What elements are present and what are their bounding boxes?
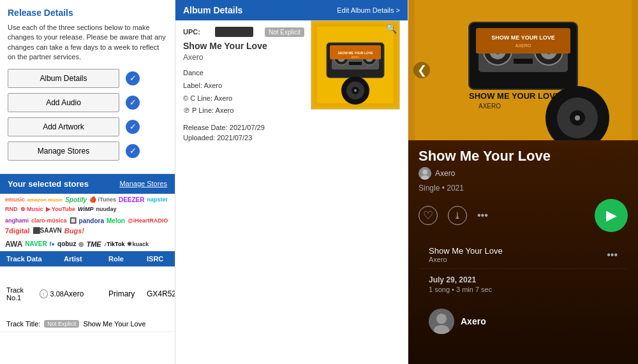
album-image: 🔍 [311,20,400,110]
manage-stores-link[interactable]: Manage Stores [119,180,167,187]
svg-point-39 [422,170,427,175]
bugs-logo: Bugs! [64,227,84,235]
add-artwork-button[interactable]: Add Artwork [8,117,119,136]
album-details-button[interactable]: Album Details [8,69,119,88]
zoom-icon[interactable]: 🔍 [386,24,397,34]
manage-stores-button[interactable]: Manage Stores [8,142,119,161]
download-button[interactable]: ⤓ [448,206,467,225]
back-button[interactable]: ❮ [413,62,430,78]
release-details-section: Release Details Use each of the three se… [0,0,175,174]
itunes-logo: 🍎 iTunes [89,196,116,203]
play-button[interactable]: ▶ [595,199,628,232]
artist-row: Axero [419,306,628,337]
album-content: UPC: Not Explicit Show Me Your Love Axer… [175,20,408,364]
track-section: Track Data Artist Role ISRC Audio Health… [0,251,175,364]
artist-thumb-svg [429,309,454,334]
large-album-art-svg: SHOW ME YOUR LOVE AXERO SHOW ME YOUR LOV… [415,0,632,140]
svg-point-17 [354,89,357,92]
svg-text:SHOW ME YOUR LOVE: SHOW ME YOUR LOVE [338,51,373,55]
svg-text:AXERO: AXERO [516,43,531,48]
svg-rect-28 [514,59,533,64]
album-details-title: Album Details [183,5,242,15]
track-duration: 3.08 [50,290,64,298]
claro-logo: claro-música [31,217,67,224]
track-data-row: Track No.1 i 3.08 Axero Primary GX4R5214… [0,266,175,332]
more-button[interactable]: ••• [477,210,488,221]
right-album-title: Show Me Your Love [419,148,628,164]
rnd-logo: RND [5,206,18,212]
artist-thumbnail [429,309,454,334]
right-top: ❮ SHOW ME YOUR LOVE [408,0,638,140]
right-artist-row: Axero [419,167,628,180]
track-list-name: Show Me Your Love [429,246,503,256]
stores-logos-row1: emusic amazon music Spotify 🍎 iTunes DEE… [0,194,175,215]
artist-avatar-svg [419,167,431,180]
svg-rect-29 [476,28,570,54]
add-audio-row: Add Audio ✓ [8,93,167,112]
add-artwork-row: Add Artwork ✓ [8,117,167,136]
track-title-value: Show Me Your Love [83,320,145,328]
track-header-artist: Artist [64,255,108,263]
add-audio-check: ✓ [126,96,140,110]
saavn-logo: ⬛SAAVN [33,227,62,234]
info-icon: i [40,289,48,298]
tme-logo: TME [86,240,101,248]
pandora-logo: pandora [79,217,104,224]
anghami-logo: anghami [5,217,29,224]
album-info-date: July 29, 2021 [429,275,618,284]
emusic-logo: emusic [5,196,25,203]
artist-name-label[interactable]: Axero [461,316,486,326]
svg-text:SHOW ME YOUR LOVE: SHOW ME YOUR LOVE [469,91,561,101]
napster-logo: napster [147,196,168,203]
svg-text:AXERO: AXERO [352,56,360,59]
qobuz-logo: qobuz [57,240,76,247]
album-meta: Dance Label: Axero © C Line: Axero ℗ P L… [183,67,304,117]
music-logo: ⊕ Music [20,206,43,212]
right-panel: ❮ SHOW ME YOUR LOVE [408,0,638,364]
stores-logos-row3: AWA NAVER f● qobuz ◎ TME ♪TikTok ❋kuack [0,237,175,251]
track-header: Track Data Artist Role ISRC Audio Health… [0,251,175,266]
right-artist-name[interactable]: Axero [435,169,455,178]
left-panel: Release Details Use each of the three se… [0,0,175,364]
album-header: Album Details Edit Album Details > [175,0,408,20]
circle-logo: ◎ [78,241,84,247]
add-audio-button[interactable]: Add Audio [8,93,119,112]
track-role: Primary [108,289,147,298]
stores-title: Your selected stores [8,179,89,189]
track-row1: Track No.1 i 3.08 Axero Primary GX4R5214… [6,270,168,317]
album-artist: Axero [183,53,304,62]
release-details-title: Release Details [8,8,167,18]
amazon-logo: amazon music [27,197,63,203]
stores-logos-row2: anghami claro-música 🔲 pandora Melon @iH… [0,215,175,237]
track-title-row: Track Title: Not Explicit Show Me Your L… [6,317,168,328]
track-title-label: Track Title: [6,320,40,328]
svg-rect-10 [349,62,362,65]
track-isrc: GX4R52144205 [147,289,175,298]
wimp-logo: WiMP [78,206,93,212]
not-explicit-album-badge: Not Explicit [265,27,304,37]
not-explicit-badge: Not Explicit [44,320,79,328]
album-image-wrapper: 🔍 [311,20,400,110]
album-dates: Release Date: 2021/07/29 Uploaded: 2021/… [183,124,400,142]
svg-text:SHOW ME YOUR LOVE: SHOW ME YOUR LOVE [491,34,554,41]
svg-text:AXERO: AXERO [478,103,501,110]
track-header-isrc: ISRC [147,255,175,263]
middle-panel: Album Details Edit Album Details > UPC: … [175,0,408,364]
track-list-left: Show Me Your Love Axero [429,246,503,263]
track-number: Track No.1 i 3.08 [6,286,64,302]
iheartradio-logo: @iHeartRADIO [128,217,168,224]
right-meta: Single • 2021 [419,184,628,193]
album-title: Show Me Your Love [183,41,304,51]
album-art-large: ❮ SHOW ME YOUR LOVE [408,0,638,140]
facebook-logo: f● [50,241,55,247]
edit-album-link[interactable]: Edit Album Details > [337,6,400,14]
track-artist: Axero [64,289,108,298]
spotify-logo: Spotify [65,196,87,203]
track-list-more-icon[interactable]: ••• [607,249,618,261]
svg-point-35 [575,115,580,120]
manage-stores-check: ✓ [126,144,140,158]
album-info-section: July 29, 2021 1 song • 3 min 7 sec [419,269,628,306]
heart-button[interactable]: ♡ [419,206,438,225]
stores-header: Your selected stores Manage Stores [8,179,167,189]
track-header-data: Track Data [6,255,64,263]
